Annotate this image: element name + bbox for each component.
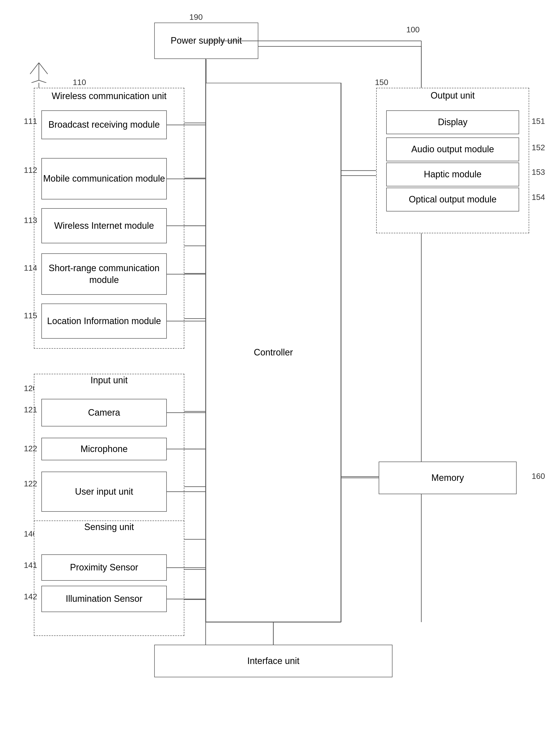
svg-line-25: [39, 63, 48, 74]
display-box: Display: [386, 110, 519, 134]
ref-112: 112: [24, 166, 37, 175]
user-input-box: User input unit: [41, 472, 167, 512]
short-range-box: Short-range communication module: [41, 253, 167, 295]
proximity-sensor-box: Proximity Sensor: [41, 554, 167, 581]
camera-box: Camera: [41, 399, 167, 426]
svg-line-24: [30, 63, 39, 74]
ref-122b: 122: [24, 479, 37, 488]
ref-153: 153: [532, 168, 545, 177]
ref-150: 150: [375, 78, 388, 87]
ref-110: 110: [73, 78, 86, 87]
ref-152: 152: [532, 143, 545, 152]
antenna-icon: [29, 58, 49, 83]
ref-115: 115: [24, 311, 37, 320]
ref-141: 141: [24, 561, 37, 570]
ref-151: 151: [532, 117, 545, 126]
svg-line-27: [39, 80, 46, 83]
wireless-comm-label: Wireless communication unit: [43, 90, 176, 102]
output-unit-label: Output unit: [377, 90, 528, 101]
mobile-comm-box: Mobile communication module: [41, 158, 167, 199]
wireless-internet-box: Wireless Internet module: [41, 208, 167, 243]
ref-113: 113: [24, 216, 37, 225]
optical-output-box: Optical output module: [386, 188, 519, 211]
diagram: 190 100 Power supply unit 110 150 Wirele…: [0, 0, 560, 739]
ref-121: 121: [24, 405, 37, 414]
audio-output-box: Audio output module: [386, 137, 519, 161]
ref-160: 160: [532, 472, 545, 481]
ref-142: 142: [24, 592, 37, 601]
microphone-box: Microphone: [41, 438, 167, 460]
ref-114: 114: [24, 263, 37, 273]
ref-154: 154: [532, 193, 545, 202]
ref-122a: 122: [24, 444, 37, 453]
input-unit-label: Input unit: [35, 375, 183, 386]
illumination-sensor-box: Illumination Sensor: [41, 586, 167, 612]
interface-unit-box: Interface unit: [154, 645, 392, 677]
power-supply-box: Power supply unit: [154, 23, 258, 59]
ref-190: 190: [189, 13, 203, 22]
sensing-unit-label: Sensing unit: [35, 522, 183, 532]
ref-100: 100: [406, 25, 419, 34]
haptic-box: Haptic module: [386, 163, 519, 186]
svg-line-26: [31, 80, 39, 83]
ref-111: 111: [24, 117, 37, 126]
location-info-box: Location Information module: [41, 304, 167, 339]
memory-box: Memory: [379, 462, 517, 494]
controller-box: Controller: [206, 83, 341, 622]
broadcast-box: Broadcast receiving module: [41, 110, 167, 139]
